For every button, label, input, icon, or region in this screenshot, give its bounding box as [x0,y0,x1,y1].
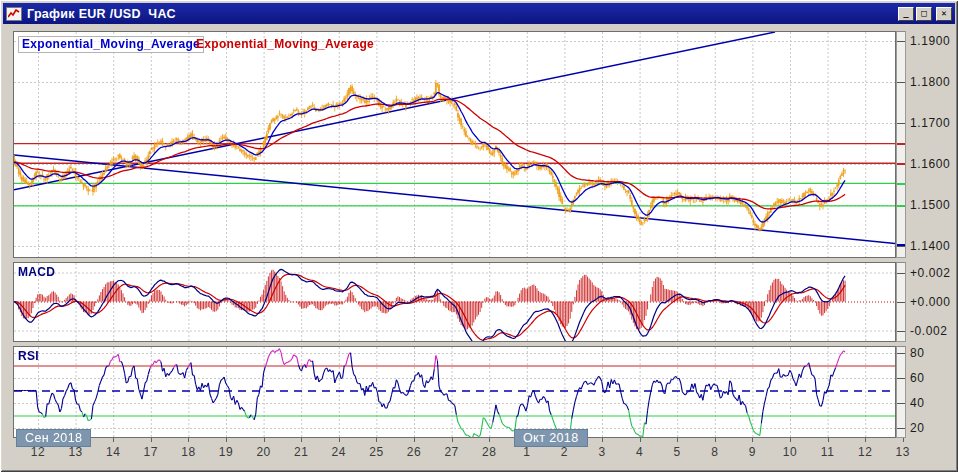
macd-axis-tick [897,302,905,303]
date-label: 20 [251,445,277,459]
rsi-axis-tick [897,403,905,404]
rsi-axis-tick [897,428,905,429]
date-label: 19 [213,445,239,459]
date-label: 2 [551,445,577,459]
macd-axis-tick [897,273,905,274]
rsi-axis-label: 80 [910,346,925,360]
date-tick [264,438,265,442]
price-level-tick [897,205,905,207]
date-tick [113,438,114,442]
month-badge-oct: Окт 2018 [514,429,588,447]
date-label: 9 [739,445,765,459]
price-level-tick [897,143,905,145]
date-tick [376,438,377,442]
chart-window: График EUR /USD ЧАС _ □ ✕ Exponential_Mo… [0,0,958,472]
minimize-button[interactable]: _ [898,7,914,21]
date-tick [188,438,189,442]
price-axis-label: 1.1500 [910,198,950,212]
price-axis-label: 1.1600 [910,157,950,171]
window-titlebar[interactable]: График EUR /USD ЧАС _ □ ✕ [3,3,955,24]
date-label: 13 [890,445,916,459]
date-label: 3 [589,445,615,459]
date-label: 8 [702,445,728,459]
macd-axis-tick [897,331,905,332]
date-label: 28 [476,445,502,459]
close-button[interactable]: ✕ [936,7,952,21]
month-badge-sep: Сен 2018 [16,429,91,447]
date-tick [602,438,603,442]
date-label: 17 [138,445,164,459]
price-axis-tick [897,41,905,42]
date-label: 5 [664,445,690,459]
date-tick [301,438,302,442]
trendline-value-tick [897,244,905,246]
window-title: График EUR /USD ЧАС [27,7,176,21]
date-tick [903,438,904,442]
price-axis-label: 1.1800 [910,75,950,89]
rsi-canvas[interactable] [14,347,895,437]
price-level-tick [897,163,905,165]
date-label: 4 [627,445,653,459]
ema-slow-label[interactable]: Exponential_Moving_Average [196,37,374,51]
date-label: 12 [852,445,878,459]
date-label: 24 [326,445,352,459]
date-tick [339,438,340,442]
date-tick [151,438,152,442]
date-label: 11 [815,445,841,459]
date-label: 27 [439,445,465,459]
date-tick [489,438,490,442]
price-axis-label: 1.1900 [910,34,950,48]
price-axis-tick [897,123,905,124]
rsi-axis-label: 60 [910,371,925,385]
price-level-tick [897,183,905,185]
date-tick [677,438,678,442]
price-axis-tick [897,246,905,247]
date-tick [828,438,829,442]
rsi-axis-ruler[interactable] [896,346,906,438]
date-label: 10 [777,445,803,459]
macd-axis-label: +0.002 [910,266,951,280]
macd-axis-label: -0.002 [910,324,948,338]
price-axis-tick [897,82,905,83]
date-tick [226,438,227,442]
rsi-label: RSI [18,349,39,363]
date-tick [752,438,753,442]
date-tick [452,438,453,442]
window-controls: _ □ ✕ [898,7,952,21]
price-chart-canvas[interactable] [14,32,895,257]
date-label: 26 [401,445,427,459]
date-label: 13 [63,445,89,459]
price-axis-label: 1.1400 [910,239,950,253]
date-label: 14 [100,445,126,459]
rsi-axis-label: 20 [910,421,925,435]
date-label: 18 [175,445,201,459]
price-axis-label: 1.1700 [910,116,950,130]
rsi-axis-tick [897,378,905,379]
date-tick [715,438,716,442]
date-tick [790,438,791,442]
date-label: 12 [25,445,51,459]
date-tick [640,438,641,442]
rsi-axis-tick [897,353,905,354]
macd-label: MACD [18,265,55,279]
date-label: 1 [514,445,540,459]
maximize-button[interactable]: □ [916,7,932,21]
date-tick [865,438,866,442]
macd-axis-label: +0.000 [910,295,951,309]
macd-canvas[interactable] [14,263,895,341]
date-label: 25 [363,445,389,459]
rsi-axis-label: 40 [910,396,925,410]
chart-icon [6,7,22,21]
ema-fast-label[interactable]: Exponential_Moving_Average [18,36,204,53]
date-label: 21 [288,445,314,459]
date-tick [414,438,415,442]
